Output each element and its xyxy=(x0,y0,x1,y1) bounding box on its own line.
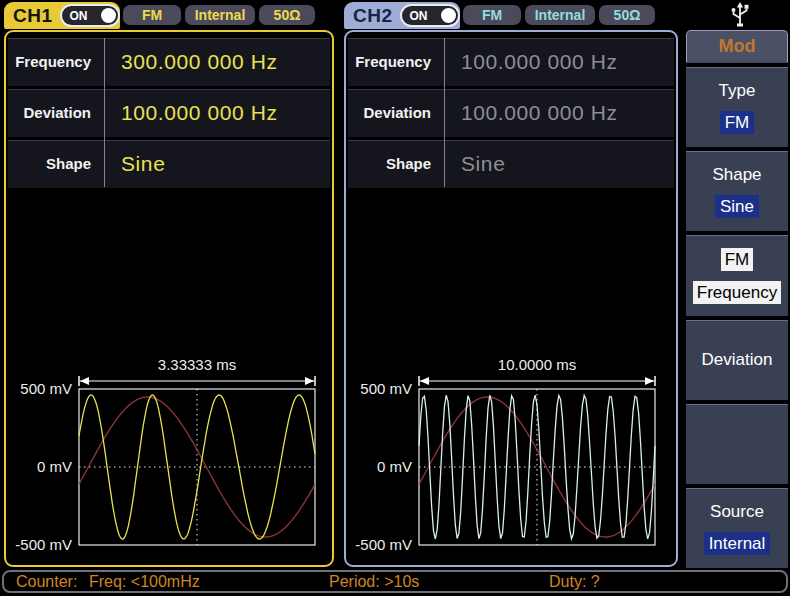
softkey-deviation[interactable]: Deviation xyxy=(686,320,788,400)
fm-selected-chip: FM xyxy=(721,248,754,271)
ch1-deviation-label: Deviation xyxy=(8,90,104,137)
ch2-deviation-row: Deviation 100.000 000 Hz xyxy=(348,89,674,137)
shape-value-chip: Sine xyxy=(715,195,759,218)
ch1-shape-row: Shape Sine xyxy=(8,140,330,188)
ch1-toggle-label: ON xyxy=(70,9,88,23)
ch1-deviation-row: Deviation 100.000 000 Hz xyxy=(8,89,330,137)
usb-icon xyxy=(727,1,753,28)
ch1-source-badge: Internal xyxy=(185,5,255,25)
ch1-ytop-label: 500 mV xyxy=(8,380,72,398)
ch1-frequency-label: Frequency xyxy=(8,39,104,86)
ch2-modulation-badge: FM xyxy=(463,5,521,25)
type-value-chip: FM xyxy=(720,111,755,134)
ch2-frequency-value[interactable]: 100.000 000 Hz xyxy=(444,39,674,86)
ch2-waveform-plot xyxy=(418,374,656,552)
ch2-toggle-label: ON xyxy=(410,9,428,23)
ch1-deviation-value[interactable]: 100.000 000 Hz xyxy=(104,90,330,137)
ch1-impedance-badge: 50Ω xyxy=(259,5,315,25)
counter-bar: Counter: Freq: <100mHz Period: >10s Duty… xyxy=(2,570,788,593)
ch2-on-toggle[interactable]: ON xyxy=(400,4,460,27)
softkey-blank[interactable] xyxy=(686,404,788,484)
ch1-table-divider xyxy=(104,38,105,187)
frequency-selected-chip: Frequency xyxy=(693,281,781,304)
source-value-chip: Internal xyxy=(704,532,771,555)
ch2-panel: Frequency 100.000 000 Hz Deviation 100.0… xyxy=(344,30,678,567)
instrument-screen: CH1 ON FM Internal 50Ω CH2 ON FM Interna… xyxy=(0,0,790,596)
ch1-header: CH1 ON FM Internal 50Ω xyxy=(4,0,340,30)
ch2-shape-value[interactable]: Sine xyxy=(444,141,674,188)
deviation-label: Deviation xyxy=(702,350,773,370)
counter-period: Period: >10s xyxy=(329,572,419,591)
ch1-ymid-label: 0 mV xyxy=(8,458,72,476)
counter-title: Counter: xyxy=(16,572,77,591)
ch1-tab-label: CH1 xyxy=(13,5,53,27)
counter-freq: Freq: <100mHz xyxy=(89,572,200,591)
ch2-impedance-badge: 50Ω xyxy=(599,5,655,25)
ch1-frequency-row: Frequency 300.000 000 Hz xyxy=(8,38,330,86)
ch1-waveform-area: 3.33333 ms 500 mV 0 mV -500 mV xyxy=(8,356,330,556)
ch2-ytop-label: 500 mV xyxy=(348,380,412,398)
softkey-fm-frequency[interactable]: FM Frequency xyxy=(686,235,788,315)
ch2-deviation-label: Deviation xyxy=(348,90,444,137)
ch1-shape-label: Shape xyxy=(8,141,104,188)
ch2-table-divider xyxy=(444,38,445,187)
ch2-shape-row: Shape Sine xyxy=(348,140,674,188)
ch2-ybottom-label: -500 mV xyxy=(348,536,412,554)
softkey-source[interactable]: Source Internal xyxy=(686,488,788,568)
type-label: Type xyxy=(719,81,756,101)
softkey-shape[interactable]: Shape Sine xyxy=(686,151,788,231)
ch2-waveform-area: 10.0000 ms 500 mV 0 mV -500 mV xyxy=(348,356,674,556)
ch2-ymid-label: 0 mV xyxy=(348,458,412,476)
ch2-frequency-row: Frequency 100.000 000 Hz xyxy=(348,38,674,86)
ch2-source-badge: Internal xyxy=(525,5,595,25)
ch2-deviation-value[interactable]: 100.000 000 Hz xyxy=(444,90,674,137)
ch1-panel: Frequency 300.000 000 Hz Deviation 100.0… xyxy=(4,30,334,567)
ch1-tab[interactable]: CH1 ON xyxy=(4,2,120,29)
ch2-header: CH2 ON FM Internal 50Ω xyxy=(344,0,680,30)
ch2-toggle-knob xyxy=(441,8,456,23)
ch1-frequency-value[interactable]: 300.000 000 Hz xyxy=(104,39,330,86)
ch2-frequency-label: Frequency xyxy=(348,39,444,86)
ch1-modulation-badge: FM xyxy=(123,5,181,25)
ch2-timespan-label: 10.0000 ms xyxy=(418,356,656,374)
ch1-waveform-plot xyxy=(78,374,316,552)
shape-label: Shape xyxy=(712,165,761,185)
ch1-toggle-knob xyxy=(101,8,116,23)
softkey-type[interactable]: Type FM xyxy=(686,67,788,147)
ch2-tab[interactable]: CH2 ON xyxy=(344,2,460,29)
ch1-ybottom-label: -500 mV xyxy=(8,536,72,554)
ch2-shape-label: Shape xyxy=(348,141,444,188)
ch1-on-toggle[interactable]: ON xyxy=(60,4,120,27)
ch1-timespan-label: 3.33333 ms xyxy=(78,356,316,374)
source-label: Source xyxy=(710,502,764,522)
ch1-shape-value[interactable]: Sine xyxy=(104,141,330,188)
ch2-tab-label: CH2 xyxy=(353,5,393,27)
soft-menu-title: Mod xyxy=(686,30,788,63)
counter-duty: Duty: ? xyxy=(549,572,600,591)
soft-menu: Mod Type FM Shape Sine FM Frequency Devi… xyxy=(686,30,788,568)
